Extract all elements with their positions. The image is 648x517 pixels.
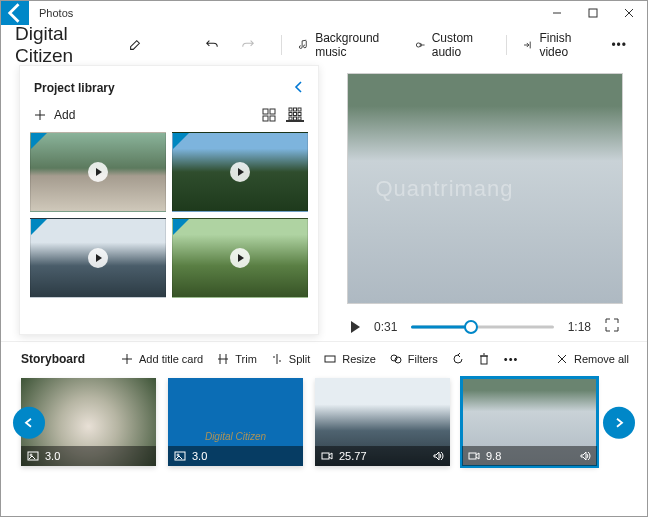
remove-all-label: Remove all: [574, 353, 629, 365]
back-button[interactable]: [1, 1, 29, 25]
library-thumb[interactable]: [172, 218, 308, 298]
svg-rect-13: [298, 108, 301, 111]
image-icon: [174, 450, 186, 462]
project-library-title: Project library: [34, 81, 294, 95]
split-button[interactable]: Split: [271, 353, 310, 365]
seek-slider[interactable]: [411, 320, 553, 334]
sound-icon: [579, 450, 591, 462]
clip-more-button[interactable]: •••: [504, 353, 519, 365]
background-music-label: Background music: [315, 31, 393, 59]
view-large-grid-button[interactable]: [260, 108, 278, 122]
remove-all-button[interactable]: Remove all: [556, 353, 629, 365]
library-thumb[interactable]: [30, 132, 166, 212]
svg-rect-12: [294, 108, 297, 111]
svg-point-4: [416, 43, 420, 47]
image-icon: [27, 450, 39, 462]
delete-clip-button[interactable]: [478, 353, 490, 365]
svg-rect-14: [289, 113, 292, 116]
clip-duration: 9.8: [486, 450, 501, 462]
svg-rect-7: [263, 109, 268, 114]
resize-label: Resize: [342, 353, 376, 365]
play-icon: [88, 162, 108, 182]
custom-audio-button[interactable]: Custom audio: [409, 27, 496, 63]
preview-video[interactable]: Quantrimang: [347, 73, 623, 304]
project-name: Digital Citizen: [15, 23, 112, 67]
storyboard-strip: 3.0 Digital Citizen 3.0 25.77 9.8: [1, 372, 647, 480]
rotate-button[interactable]: [452, 353, 464, 365]
add-label: Add: [54, 108, 75, 122]
storyboard-next-button[interactable]: [603, 407, 635, 439]
main-area: Project library Add Quantr: [1, 65, 647, 335]
library-grid: [28, 132, 310, 298]
title-card-caption: Digital Citizen: [168, 431, 303, 442]
player-total-time: 1:18: [568, 320, 591, 334]
svg-rect-40: [322, 453, 329, 459]
undo-button[interactable]: [199, 34, 225, 56]
svg-rect-11: [289, 108, 292, 111]
trim-button[interactable]: Trim: [217, 353, 257, 365]
video-icon: [468, 450, 480, 462]
svg-rect-10: [270, 116, 275, 121]
play-icon: [230, 162, 250, 182]
svg-rect-17: [289, 117, 292, 120]
finish-video-button[interactable]: Finish video: [516, 27, 595, 63]
clip-duration: 3.0: [192, 450, 207, 462]
storyboard-clip[interactable]: 25.77: [315, 378, 450, 466]
resize-button[interactable]: Resize: [324, 353, 376, 365]
window-close-button[interactable]: [611, 1, 647, 25]
svg-rect-15: [294, 113, 297, 116]
window-maximize-button[interactable]: [575, 1, 611, 25]
svg-rect-9: [263, 116, 268, 121]
svg-rect-28: [325, 356, 335, 362]
finish-video-label: Finish video: [539, 31, 589, 59]
more-button[interactable]: •••: [605, 34, 633, 56]
custom-audio-label: Custom audio: [432, 31, 490, 59]
storyboard-title: Storyboard: [21, 352, 85, 366]
play-button[interactable]: [351, 321, 360, 333]
library-thumb[interactable]: [172, 132, 308, 212]
play-icon: [230, 248, 250, 268]
svg-rect-19: [298, 117, 301, 120]
storyboard-toolbar: Storyboard Add title card Trim Split Res…: [1, 341, 647, 372]
split-label: Split: [289, 353, 310, 365]
svg-rect-8: [270, 109, 275, 114]
storyboard-clip[interactable]: 9.8: [462, 378, 597, 466]
app-title: Photos: [29, 7, 539, 19]
clip-duration: 25.77: [339, 450, 367, 462]
sound-icon: [432, 450, 444, 462]
clip-duration: 3.0: [45, 450, 60, 462]
filters-label: Filters: [408, 353, 438, 365]
window-minimize-button[interactable]: [539, 1, 575, 25]
play-icon: [88, 248, 108, 268]
collapse-library-button[interactable]: [294, 80, 304, 96]
project-library-panel: Project library Add: [19, 65, 319, 335]
separator: [281, 35, 282, 55]
view-small-grid-button[interactable]: [286, 108, 304, 122]
fullscreen-button[interactable]: [605, 318, 619, 335]
svg-rect-1: [589, 9, 597, 17]
separator: [506, 35, 507, 55]
player-current-time: 0:31: [374, 320, 397, 334]
preview-panel: Quantrimang 0:31 1:18: [319, 65, 647, 335]
rename-project-button[interactable]: [122, 34, 148, 56]
svg-rect-31: [481, 356, 487, 364]
svg-rect-16: [298, 113, 301, 116]
watermark: Quantrimang: [375, 176, 513, 202]
project-toolbar: Digital Citizen Background music Custom …: [1, 25, 647, 65]
filters-button[interactable]: Filters: [390, 353, 438, 365]
storyboard-prev-button[interactable]: [13, 407, 45, 439]
add-title-card-label: Add title card: [139, 353, 203, 365]
trim-label: Trim: [235, 353, 257, 365]
video-icon: [321, 450, 333, 462]
library-thumb[interactable]: [30, 218, 166, 298]
add-media-button[interactable]: Add: [34, 108, 252, 122]
svg-rect-18: [294, 117, 297, 120]
title-bar: Photos: [1, 1, 647, 25]
storyboard-clip[interactable]: Digital Citizen 3.0: [168, 378, 303, 466]
redo-button[interactable]: [235, 34, 261, 56]
player-controls: 0:31 1:18: [347, 304, 623, 335]
svg-rect-41: [469, 453, 476, 459]
background-music-button[interactable]: Background music: [292, 27, 399, 63]
add-title-card-button[interactable]: Add title card: [121, 353, 203, 365]
